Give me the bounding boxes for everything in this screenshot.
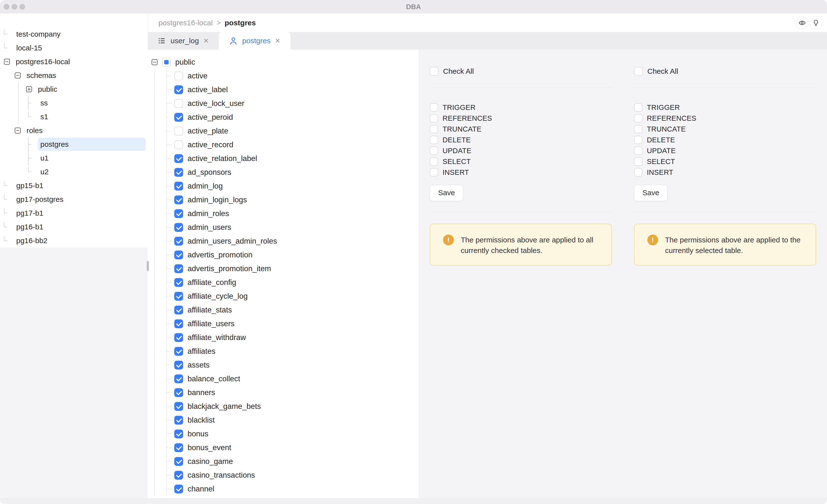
- table-checkbox[interactable]: [174, 195, 183, 204]
- sidebar-tree-item[interactable]: u2: [0, 165, 148, 179]
- sidebar-item-label[interactable]: test-company: [16, 30, 60, 38]
- sidebar-tree-item[interactable]: postgres: [0, 137, 148, 151]
- table-name[interactable]: blacklist: [188, 416, 214, 425]
- sidebar-item-label[interactable]: postgres: [40, 140, 69, 149]
- table-row[interactable]: active_record: [148, 138, 419, 152]
- table-checkbox[interactable]: [174, 278, 183, 287]
- table-name[interactable]: advertis_promotion_item: [188, 264, 271, 273]
- permission-label[interactable]: SELECT: [443, 158, 471, 166]
- sidebar-item-label[interactable]: s1: [40, 113, 48, 121]
- table-checkbox[interactable]: [174, 99, 183, 108]
- permission-label[interactable]: REFERENCES: [647, 114, 696, 122]
- table-name[interactable]: casino_transactions: [188, 471, 255, 480]
- sidebar-tree-item[interactable]: schemas: [0, 69, 148, 82]
- check-all-checkbox[interactable]: [634, 67, 643, 76]
- permission-label[interactable]: TRUNCATE: [647, 125, 686, 133]
- table-checkbox[interactable]: [174, 485, 183, 493]
- table-checkbox[interactable]: [174, 292, 183, 301]
- table-name[interactable]: admin_log: [188, 182, 223, 190]
- sidebar-tree-item[interactable]: pg16-bb2: [0, 234, 148, 247]
- table-name[interactable]: active_record: [188, 141, 233, 149]
- tab-label[interactable]: user_log: [171, 37, 199, 45]
- permission-checkbox[interactable]: [430, 147, 438, 155]
- table-name[interactable]: bonus: [188, 430, 208, 438]
- table-row[interactable]: advertis_promotion: [148, 248, 419, 262]
- table-row[interactable]: active: [148, 69, 419, 83]
- table-name[interactable]: admin_users: [188, 223, 231, 232]
- breadcrumb-connection[interactable]: postgres16-local: [158, 19, 213, 27]
- sidebar-tree-item[interactable]: s1: [0, 110, 148, 124]
- permission-row[interactable]: TRUNCATE: [430, 124, 612, 134]
- table-name[interactable]: admin_users_admin_roles: [188, 237, 277, 245]
- permission-checkbox[interactable]: [634, 157, 642, 166]
- table-row[interactable]: admin_users: [148, 221, 419, 234]
- permission-checkbox[interactable]: [634, 114, 642, 122]
- permission-row[interactable]: SELECT: [430, 156, 612, 167]
- table-name[interactable]: active: [188, 71, 207, 80]
- table-checkbox[interactable]: [174, 264, 183, 273]
- check-all-checkbox[interactable]: [430, 67, 439, 76]
- permission-label[interactable]: REFERENCES: [443, 114, 492, 122]
- permission-row[interactable]: INSERT: [634, 167, 816, 178]
- table-checkbox[interactable]: [174, 141, 183, 149]
- permission-checkbox[interactable]: [430, 125, 438, 133]
- permission-row[interactable]: TRIGGER: [634, 102, 816, 113]
- horizontal-scrollbar-track[interactable]: [0, 498, 827, 504]
- table-checkbox[interactable]: [174, 361, 183, 370]
- sidebar-item-label[interactable]: schemas: [27, 71, 56, 80]
- schema-row[interactable]: public: [148, 55, 419, 69]
- permission-row[interactable]: REFERENCES: [430, 113, 612, 124]
- table-checkbox[interactable]: [174, 471, 183, 480]
- save-button[interactable]: Save: [430, 185, 463, 201]
- permission-checkbox[interactable]: [430, 136, 438, 144]
- table-name[interactable]: assets: [188, 361, 210, 370]
- table-row[interactable]: banners: [148, 386, 419, 399]
- sidebar-scrollbar-thumb[interactable]: [147, 261, 149, 271]
- table-checkbox[interactable]: [174, 168, 183, 177]
- sidebar-tree-item[interactable]: test-company: [0, 27, 148, 41]
- permission-row[interactable]: TRIGGER: [430, 102, 612, 113]
- table-row[interactable]: affiliate_withdraw: [148, 331, 419, 344]
- tree-expander-icon[interactable]: [15, 128, 21, 133]
- sidebar-tree-item[interactable]: pg16-b1: [0, 220, 148, 234]
- table-row[interactable]: blackjack_game_bets: [148, 399, 419, 413]
- table-name[interactable]: banners: [188, 388, 215, 397]
- table-checkbox[interactable]: [174, 402, 183, 411]
- table-checkbox[interactable]: [174, 154, 183, 163]
- sidebar-item-label[interactable]: roles: [27, 126, 43, 135]
- table-name[interactable]: channel: [188, 485, 214, 493]
- table-checkbox[interactable]: [174, 113, 183, 122]
- table-checkbox[interactable]: [174, 223, 183, 232]
- table-checkbox[interactable]: [174, 85, 183, 94]
- sidebar-item-label[interactable]: local-15: [16, 44, 42, 52]
- table-checkbox[interactable]: [174, 71, 183, 80]
- schema-label[interactable]: public: [175, 58, 195, 67]
- tree-expander-icon[interactable]: [15, 72, 21, 78]
- table-row[interactable]: affiliate_stats: [148, 303, 419, 317]
- sidebar-tree-item[interactable]: roles: [0, 124, 148, 137]
- permission-checkbox[interactable]: [430, 114, 438, 122]
- sidebar-item-label[interactable]: gp17-postgres: [16, 195, 63, 204]
- tab-user-log[interactable]: user_log ✕: [148, 32, 219, 50]
- sidebar-tree-item[interactable]: postgres16-local: [0, 55, 148, 69]
- table-name[interactable]: bonus_event: [188, 443, 231, 452]
- table-name[interactable]: casino_game: [188, 457, 233, 466]
- permission-label[interactable]: INSERT: [647, 168, 673, 176]
- check-all-label[interactable]: Check All: [647, 67, 678, 75]
- permission-label[interactable]: TRUNCATE: [443, 125, 481, 133]
- table-name[interactable]: affiliates: [188, 347, 215, 356]
- table-name[interactable]: admin_roles: [188, 209, 229, 218]
- close-icon[interactable]: ✕: [203, 38, 209, 44]
- table-row[interactable]: casino_game: [148, 455, 419, 468]
- table-row[interactable]: assets: [148, 358, 419, 372]
- sidebar-tree-item[interactable]: gp15-b1: [0, 179, 148, 192]
- table-name[interactable]: affiliate_withdraw: [188, 333, 246, 342]
- permission-label[interactable]: SELECT: [647, 158, 675, 166]
- visibility-button[interactable]: [796, 17, 808, 29]
- table-row[interactable]: admin_roles: [148, 207, 419, 221]
- table-checkbox[interactable]: [174, 375, 183, 383]
- sidebar-item-label[interactable]: public: [38, 85, 57, 94]
- table-checkbox[interactable]: [174, 430, 183, 438]
- tree-expander-icon[interactable]: [26, 86, 32, 92]
- table-row[interactable]: affiliate_cycle_log: [148, 289, 419, 303]
